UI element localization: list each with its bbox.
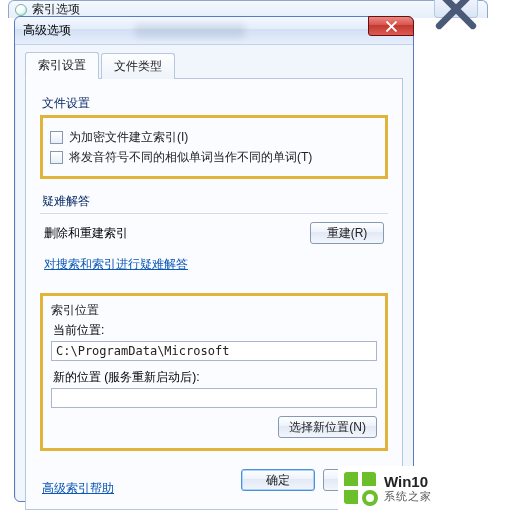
group-index-location: 索引位置 当前位置: C:\ProgramData\Microsoft 新的位置…: [40, 293, 388, 451]
checkbox-diacritics[interactable]: [50, 151, 63, 164]
current-location-label: 当前位置:: [53, 322, 377, 339]
current-location-value: C:\ProgramData\Microsoft: [56, 344, 229, 358]
group-file-settings-frame: 为加密文件建立索引(I) 将发音符号不同的相似单词当作不同的单词(T): [40, 115, 388, 179]
current-location-field[interactable]: C:\ProgramData\Microsoft: [51, 341, 377, 361]
tabstrip: 索引设置 文件类型: [25, 51, 403, 79]
tabpage-index-settings: 文件设置 为加密文件建立索引(I) 将发音符号不同的相似单词当作不同的单词(T)…: [25, 79, 403, 510]
tab-index-settings[interactable]: 索引设置: [25, 52, 99, 79]
group-file-settings: 文件设置 为加密文件建立索引(I) 将发音符号不同的相似单词当作不同的单词(T): [40, 95, 388, 179]
group-index-location-title: 索引位置: [51, 302, 377, 319]
dialog-close-button[interactable]: [368, 16, 414, 36]
new-location-label: 新的位置 (服务重新启动后):: [53, 369, 377, 386]
choose-new-location-button[interactable]: 选择新位置(N): [278, 416, 377, 438]
parent-window-close-button[interactable]: [434, 0, 478, 18]
indexing-icon: [15, 4, 27, 16]
troubleshoot-delete-rebuild-label: 删除和重建索引: [44, 225, 128, 242]
group-troubleshoot-title: 疑难解答: [42, 193, 388, 210]
watermark-text: Win10 系统之家: [384, 473, 432, 503]
dialog-titlebar[interactable]: 高级选项: [15, 17, 413, 45]
titlebar-blur: [135, 24, 245, 38]
dialog-client-area: 索引设置 文件类型 文件设置 为加密文件建立索引(I) 将发音符号不同的相似单词…: [15, 45, 413, 510]
checkbox-diacritics-label: 将发音符号不同的相似单词当作不同的单词(T): [69, 149, 312, 166]
checkbox-index-encrypted-label: 为加密文件建立索引(I): [69, 129, 188, 146]
dialog-title: 高级选项: [23, 22, 71, 39]
watermark-line2: 系统之家: [384, 490, 432, 503]
watermark: Win10 系统之家: [338, 466, 508, 510]
advanced-help-link[interactable]: 高级索引帮助: [42, 480, 114, 497]
group-file-settings-title: 文件设置: [42, 95, 388, 112]
troubleshoot-link[interactable]: 对搜索和索引进行疑难解答: [44, 257, 188, 271]
watermark-line1: Win10: [384, 473, 432, 490]
checkbox-row-encrypted[interactable]: 为加密文件建立索引(I): [50, 129, 378, 146]
checkbox-row-diacritics[interactable]: 将发音符号不同的相似单词当作不同的单词(T): [50, 149, 378, 166]
group-troubleshoot: 疑难解答 删除和重建索引 重建(R) 对搜索和索引进行疑难解答: [40, 193, 388, 279]
ok-button[interactable]: 确定: [241, 469, 315, 491]
choose-new-location-row: 选择新位置(N): [51, 416, 377, 438]
group-troubleshoot-frame: 删除和重建索引 重建(R) 对搜索和索引进行疑难解答: [40, 213, 388, 279]
new-location-field[interactable]: [51, 388, 377, 408]
rebuild-button[interactable]: 重建(R): [310, 222, 384, 244]
tab-file-types[interactable]: 文件类型: [101, 53, 175, 79]
troubleshoot-row: 删除和重建索引 重建(R): [44, 222, 384, 244]
checkbox-index-encrypted[interactable]: [50, 131, 63, 144]
watermark-logo-icon: [344, 472, 376, 504]
advanced-options-dialog: 高级选项 索引设置 文件类型 文件设置 为加密文件建立索引(I): [14, 16, 414, 502]
group-index-location-frame: 索引位置 当前位置: C:\ProgramData\Microsoft 新的位置…: [40, 293, 388, 451]
